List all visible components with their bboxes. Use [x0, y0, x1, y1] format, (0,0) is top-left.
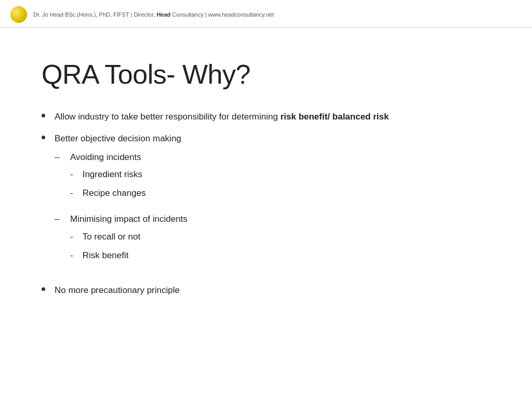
sub-sub-list-minimising: - To recall or not - Risk benefit — [70, 231, 490, 262]
sub-item-minimising: – Minimising impact of incidents - To re… — [55, 213, 490, 268]
bullet-dot-2 — [42, 136, 45, 139]
recipe-label: Recipe changes — [83, 187, 146, 200]
sub-text-avoiding: Avoiding incidents - Ingredient risks - … — [70, 151, 490, 206]
bullet-item-1: Allow industry to take better responsibi… — [42, 111, 490, 123]
bold-risk-benefit: risk benefit/ balanced risk — [281, 112, 389, 122]
dash-ingredient: - — [70, 168, 73, 181]
bullet-text-3: No more precautionary principle — [55, 284, 490, 297]
bullet-text-1: Allow industry to take better responsibi… — [55, 111, 490, 123]
bullet-dot-3 — [42, 287, 45, 291]
risk-benefit-label: Risk benefit — [83, 249, 129, 262]
main-bullet-list: Allow industry to take better responsibi… — [42, 111, 490, 297]
company-logo — [10, 6, 27, 23]
bullet-2-label: Better objective decision making — [55, 134, 181, 143]
dash-risk-benefit: - — [70, 249, 73, 262]
minimising-label: Minimising impact of incidents — [70, 214, 188, 224]
slide-header: Dr. Jo Head BSc.(Hons.), PhD, FIFST | Di… — [0, 0, 532, 28]
bullet-text-2: Better objective decision making – Avoid… — [55, 132, 490, 275]
bullet-item-2: Better objective decision making – Avoid… — [42, 132, 490, 275]
slide-content: QRA Tools- Why? Allow industry to take b… — [0, 28, 532, 327]
em-dash-avoiding: – — [55, 151, 61, 164]
slide-title: QRA Tools- Why? — [42, 59, 490, 90]
sub-sub-recipe: - Recipe changes — [70, 187, 490, 200]
recall-label: To recall or not — [83, 231, 141, 243]
sub-sub-ingredient: - Ingredient risks — [70, 168, 490, 181]
sub-item-avoiding: – Avoiding incidents - Ingredient risks … — [55, 151, 490, 206]
header-plain-text: Dr. Jo Head BSc.(Hons.), PhD, FIFST | Di… — [33, 11, 274, 18]
bullet-item-3: No more precautionary principle — [42, 284, 490, 297]
sub-sub-list-avoiding: - Ingredient risks - Recipe changes — [70, 168, 490, 200]
header-text: Dr. Jo Head BSc.(Hons.), PhD, FIFST | Di… — [33, 11, 274, 18]
sub-sub-risk-benefit: - Risk benefit — [70, 249, 490, 262]
bullet-dot-1 — [42, 114, 45, 117]
sub-sub-recall: - To recall or not — [70, 231, 490, 243]
avoiding-label: Avoiding incidents — [70, 152, 141, 162]
ingredient-label: Ingredient risks — [83, 168, 142, 181]
sub-list-2: – Avoiding incidents - Ingredient risks … — [55, 151, 490, 268]
dash-recipe: - — [70, 187, 73, 200]
header-bold-brand: Head — [156, 11, 170, 18]
dash-recall: - — [70, 231, 73, 243]
sub-text-minimising: Minimising impact of incidents - To reca… — [70, 213, 490, 268]
em-dash-minimising: – — [55, 213, 61, 225]
